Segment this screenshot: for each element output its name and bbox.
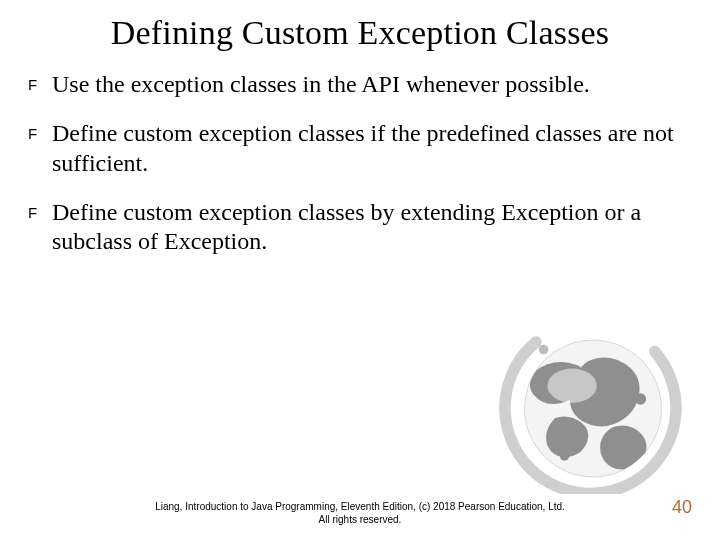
slide-title: Defining Custom Exception Classes <box>0 0 720 62</box>
globe-icon <box>498 304 688 494</box>
bullet-marker: F <box>28 119 52 142</box>
svg-point-4 <box>547 369 596 403</box>
bullet-text: Use the exception classes in the API whe… <box>52 70 692 99</box>
bullet-marker: F <box>28 70 52 93</box>
footer-line2: All rights reserved. <box>0 514 720 527</box>
svg-point-2 <box>635 393 646 404</box>
svg-point-5 <box>539 345 549 355</box>
bullet-text: Define custom exception classes if the p… <box>52 119 692 178</box>
slide: Defining Custom Exception Classes F Use … <box>0 0 720 540</box>
list-item: F Use the exception classes in the API w… <box>28 70 692 99</box>
list-item: F Define custom exception classes by ext… <box>28 198 692 257</box>
footer-text: Liang, Introduction to Java Programming,… <box>0 501 720 526</box>
bullet-text: Define custom exception classes by exten… <box>52 198 692 257</box>
footer-line1: Liang, Introduction to Java Programming,… <box>0 501 720 514</box>
list-item: F Define custom exception classes if the… <box>28 119 692 178</box>
svg-point-3 <box>560 451 570 461</box>
slide-content: F Use the exception classes in the API w… <box>0 62 720 256</box>
bullet-marker: F <box>28 198 52 221</box>
page-number: 40 <box>672 497 692 518</box>
